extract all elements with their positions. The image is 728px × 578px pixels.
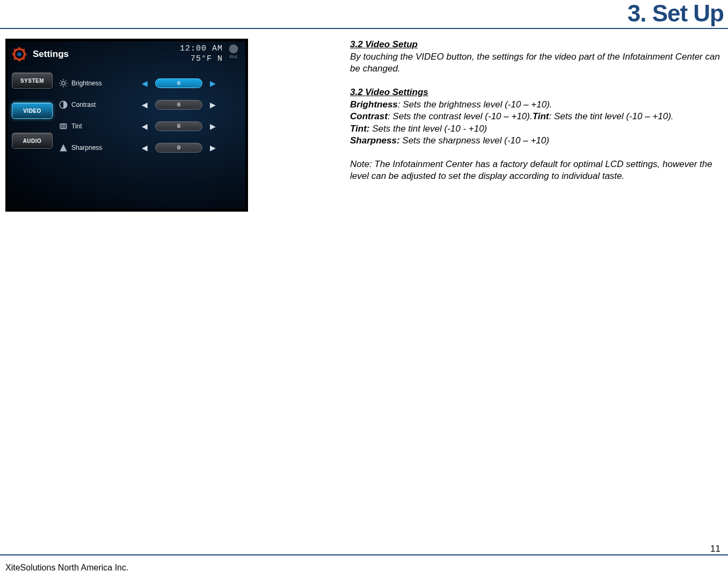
tint-value[interactable]: 0 xyxy=(155,121,202,131)
svg-point-11 xyxy=(62,82,65,85)
page-title: 3. Set Up xyxy=(0,0,728,28)
brightness-label: Brightness xyxy=(71,80,120,87)
row-brightness: Brightness ◀ 0 ▶ xyxy=(59,73,238,94)
device-screenshot: Settings 12:00 AM 75°F N IDLE SYSTEM VID… xyxy=(5,39,248,212)
line-contrast-tint: Contrast: Sets the contrast level (-10 –… xyxy=(350,111,722,122)
tab-video[interactable]: VIDEO xyxy=(12,103,53,119)
footer-company: XiteSolutions North America Inc. xyxy=(5,563,128,573)
brightness-icon xyxy=(59,78,71,88)
idle-indicator: IDLE xyxy=(226,44,241,59)
svg-line-17 xyxy=(65,85,67,86)
svg-line-6 xyxy=(14,49,16,50)
tint-decrease[interactable]: ◀ xyxy=(140,121,150,132)
contrast-icon xyxy=(59,100,71,110)
desc-brightness: : Sets the brightness level (-10 – +10). xyxy=(398,99,552,110)
heading-video-settings: 3.2 Video Settings xyxy=(350,86,722,98)
settings-panel: Brightness ◀ 0 ▶ Contrast xyxy=(54,69,243,206)
term-sharpness: Sharpness: xyxy=(350,135,400,146)
contrast-value[interactable]: 0 xyxy=(155,100,202,110)
term-brightness: Brightness xyxy=(350,99,398,110)
desc-sharpness: Sets the sharpness level (-10 – +10) xyxy=(400,135,549,146)
contrast-decrease[interactable]: ◀ xyxy=(140,99,150,110)
sharpness-increase[interactable]: ▶ xyxy=(208,142,218,153)
svg-marker-25 xyxy=(60,144,67,151)
term-contrast: Contrast xyxy=(350,111,388,121)
screen-title: Settings xyxy=(33,49,69,60)
desc-tint: Sets the tint level (-10 - +10) xyxy=(370,124,487,134)
desc-tint-inline: : Sets the tint level (-10 – +10). xyxy=(549,111,674,121)
tab-system[interactable]: SYSTEM xyxy=(12,73,53,89)
line-brightness: Brightness: Sets the brightness level (-… xyxy=(350,99,722,111)
contrast-increase[interactable]: ▶ xyxy=(208,99,218,110)
brightness-value[interactable]: 0 xyxy=(155,78,202,88)
temperature: 75°F N xyxy=(180,54,223,64)
contrast-label: Contrast xyxy=(71,101,120,109)
sharpness-label: Sharpness xyxy=(71,144,120,151)
clock: 12:00 AM xyxy=(180,44,223,54)
tab-audio[interactable]: AUDIO xyxy=(12,133,53,149)
header-divider xyxy=(0,28,728,29)
device-sidebar: SYSTEM VIDEO AUDIO xyxy=(10,69,54,206)
status-bar: Settings 12:00 AM 75°F N IDLE xyxy=(8,41,245,65)
heading-video-setup: 3.2 Video Setup xyxy=(350,39,722,50)
svg-point-1 xyxy=(17,52,21,56)
term-tint: Tint: xyxy=(350,124,370,134)
term-tint-inline: Tint xyxy=(533,111,549,121)
sharpness-value[interactable]: 0 xyxy=(155,143,202,153)
paragraph-note: Note: The Infotainment Center has a fact… xyxy=(350,158,722,182)
svg-line-9 xyxy=(23,49,25,50)
row-sharpness: Sharpness ◀ 0 ▶ xyxy=(59,137,238,158)
brightness-decrease[interactable]: ◀ xyxy=(140,78,150,89)
tint-label: Tint xyxy=(71,122,120,130)
page-number: 11 xyxy=(710,544,720,554)
status-right: 12:00 AM 75°F N xyxy=(180,44,223,64)
sharpness-decrease[interactable]: ◀ xyxy=(140,142,150,153)
paragraph-intro: By touching the VIDEO button, the settin… xyxy=(350,51,722,75)
idle-label: IDLE xyxy=(229,55,238,59)
svg-line-19 xyxy=(65,81,67,82)
tint-icon xyxy=(59,121,71,131)
footer-divider xyxy=(0,554,728,555)
brightness-increase[interactable]: ▶ xyxy=(208,78,218,89)
desc-contrast: : Sets the contrast level (-10 – +10). xyxy=(388,111,533,121)
device-screen: Settings 12:00 AM 75°F N IDLE SYSTEM VID… xyxy=(8,41,245,209)
svg-line-8 xyxy=(14,58,16,60)
settings-gear-icon xyxy=(11,46,27,62)
row-tint: Tint ◀ 0 ▶ xyxy=(59,115,238,137)
line-tint: Tint: Sets the tint level (-10 - +10) xyxy=(350,123,722,135)
svg-point-10 xyxy=(229,45,238,54)
svg-line-18 xyxy=(61,85,62,86)
sharpness-icon xyxy=(59,143,71,153)
row-contrast: Contrast ◀ 0 ▶ xyxy=(59,94,238,115)
body-text: 3.2 Video Setup By touching the VIDEO bu… xyxy=(248,39,724,182)
svg-line-7 xyxy=(23,58,25,60)
svg-line-16 xyxy=(61,81,62,82)
tint-increase[interactable]: ▶ xyxy=(208,121,218,132)
line-sharpness: Sharpness: Sets the sharpness level (-10… xyxy=(350,135,722,147)
